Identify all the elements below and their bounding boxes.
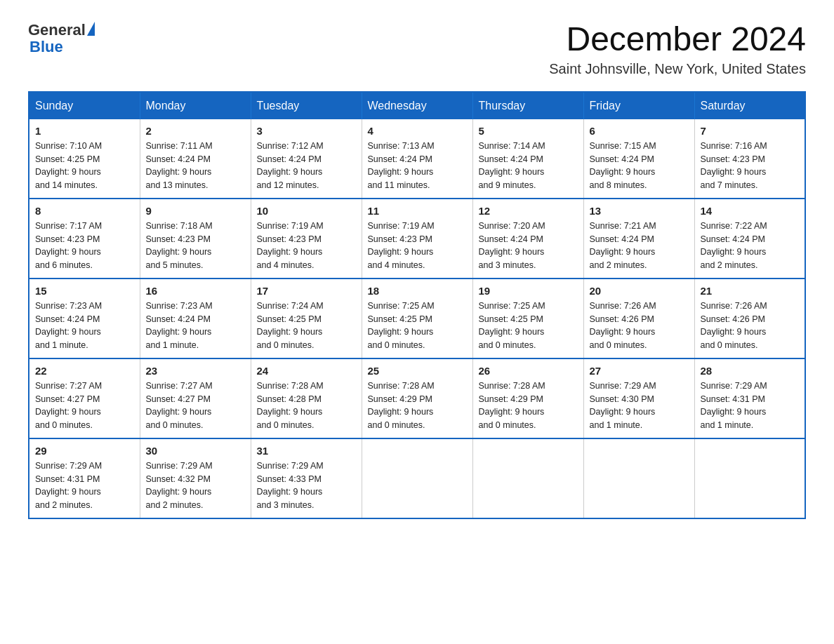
calendar-cell [583,438,694,518]
calendar-week-row: 8Sunrise: 7:17 AMSunset: 4:23 PMDaylight… [29,199,805,279]
day-of-week-monday: Monday [140,92,251,119]
calendar-cell: 19Sunrise: 7:25 AMSunset: 4:25 PMDayligh… [472,279,583,358]
day-number: 5 [479,125,578,137]
logo-blue-text: Blue [28,38,63,56]
calendar-cell [694,438,805,518]
calendar-cell: 14Sunrise: 7:22 AMSunset: 4:24 PMDayligh… [694,199,805,279]
calendar-cell: 29Sunrise: 7:29 AMSunset: 4:31 PMDayligh… [29,438,140,518]
calendar-cell: 13Sunrise: 7:21 AMSunset: 4:24 PMDayligh… [583,199,694,279]
day-number: 20 [590,285,689,297]
calendar-cell: 4Sunrise: 7:13 AMSunset: 4:24 PMDaylight… [362,119,472,199]
calendar-cell: 22Sunrise: 7:27 AMSunset: 4:27 PMDayligh… [29,358,140,438]
day-info: Sunrise: 7:10 AMSunset: 4:25 PMDaylight:… [35,140,134,192]
calendar-cell: 25Sunrise: 7:28 AMSunset: 4:29 PMDayligh… [362,358,472,438]
day-of-week-friday: Friday [583,92,694,119]
calendar-cell: 12Sunrise: 7:20 AMSunset: 4:24 PMDayligh… [472,199,583,279]
day-info: Sunrise: 7:11 AMSunset: 4:24 PMDaylight:… [146,140,245,192]
day-info: Sunrise: 7:18 AMSunset: 4:23 PMDaylight:… [146,220,245,272]
day-number: 30 [146,445,245,457]
day-info: Sunrise: 7:25 AMSunset: 4:25 PMDaylight:… [479,300,578,352]
calendar-table: SundayMondayTuesdayWednesdayThursdayFrid… [28,91,806,519]
day-number: 16 [146,285,245,297]
day-info: Sunrise: 7:19 AMSunset: 4:23 PMDaylight:… [368,220,467,272]
day-info: Sunrise: 7:23 AMSunset: 4:24 PMDaylight:… [35,300,134,352]
logo-triangle-icon [87,22,95,36]
month-year-title: December 2024 [549,21,806,58]
calendar-header: SundayMondayTuesdayWednesdayThursdayFrid… [29,92,805,119]
location-subtitle: Saint Johnsville, New York, United State… [549,61,806,77]
day-info: Sunrise: 7:14 AMSunset: 4:24 PMDaylight:… [479,140,578,192]
day-info: Sunrise: 7:16 AMSunset: 4:23 PMDaylight:… [701,140,800,192]
day-number: 27 [590,365,689,377]
day-number: 21 [701,285,800,297]
day-number: 10 [257,205,356,217]
day-number: 26 [479,365,578,377]
day-number: 23 [146,365,245,377]
calendar-cell: 1Sunrise: 7:10 AMSunset: 4:25 PMDaylight… [29,119,140,199]
day-info: Sunrise: 7:23 AMSunset: 4:24 PMDaylight:… [146,300,245,352]
day-info: Sunrise: 7:28 AMSunset: 4:28 PMDaylight:… [257,380,356,432]
day-number: 7 [701,125,800,137]
day-number: 15 [35,285,134,297]
day-info: Sunrise: 7:26 AMSunset: 4:26 PMDaylight:… [701,300,800,352]
day-of-week-tuesday: Tuesday [251,92,362,119]
calendar-cell: 27Sunrise: 7:29 AMSunset: 4:30 PMDayligh… [583,358,694,438]
title-area: December 2024 Saint Johnsville, New York… [549,21,806,77]
calendar-cell: 10Sunrise: 7:19 AMSunset: 4:23 PMDayligh… [251,199,362,279]
calendar-cell: 9Sunrise: 7:18 AMSunset: 4:23 PMDaylight… [140,199,251,279]
day-number: 18 [368,285,467,297]
calendar-cell: 6Sunrise: 7:15 AMSunset: 4:24 PMDaylight… [583,119,694,199]
day-number: 19 [479,285,578,297]
day-info: Sunrise: 7:13 AMSunset: 4:24 PMDaylight:… [368,140,467,192]
day-info: Sunrise: 7:20 AMSunset: 4:24 PMDaylight:… [479,220,578,272]
calendar-cell: 30Sunrise: 7:29 AMSunset: 4:32 PMDayligh… [140,438,251,518]
day-info: Sunrise: 7:22 AMSunset: 4:24 PMDaylight:… [701,220,800,272]
logo: General Blue [28,21,95,56]
calendar-cell: 28Sunrise: 7:29 AMSunset: 4:31 PMDayligh… [694,358,805,438]
day-info: Sunrise: 7:12 AMSunset: 4:24 PMDaylight:… [257,140,356,192]
day-number: 13 [590,205,689,217]
calendar-cell: 15Sunrise: 7:23 AMSunset: 4:24 PMDayligh… [29,279,140,358]
day-of-week-saturday: Saturday [694,92,805,119]
calendar-cell: 26Sunrise: 7:28 AMSunset: 4:29 PMDayligh… [472,358,583,438]
day-number: 3 [257,125,356,137]
day-number: 29 [35,445,134,457]
calendar-cell: 24Sunrise: 7:28 AMSunset: 4:28 PMDayligh… [251,358,362,438]
day-info: Sunrise: 7:24 AMSunset: 4:25 PMDaylight:… [257,300,356,352]
day-info: Sunrise: 7:25 AMSunset: 4:25 PMDaylight:… [368,300,467,352]
day-number: 1 [35,125,134,137]
calendar-cell [362,438,472,518]
calendar-cell: 20Sunrise: 7:26 AMSunset: 4:26 PMDayligh… [583,279,694,358]
day-of-week-sunday: Sunday [29,92,140,119]
day-number: 14 [701,205,800,217]
calendar-cell: 31Sunrise: 7:29 AMSunset: 4:33 PMDayligh… [251,438,362,518]
day-info: Sunrise: 7:29 AMSunset: 4:30 PMDaylight:… [590,380,689,432]
day-info: Sunrise: 7:29 AMSunset: 4:32 PMDaylight:… [146,459,245,512]
day-number: 28 [701,365,800,377]
day-of-week-thursday: Thursday [472,92,583,119]
day-number: 31 [257,445,356,457]
calendar-week-row: 1Sunrise: 7:10 AMSunset: 4:25 PMDaylight… [29,119,805,199]
day-number: 25 [368,365,467,377]
page-header: General Blue December 2024 Saint Johnsvi… [28,21,806,77]
calendar-cell: 23Sunrise: 7:27 AMSunset: 4:27 PMDayligh… [140,358,251,438]
calendar-week-row: 29Sunrise: 7:29 AMSunset: 4:31 PMDayligh… [29,438,805,518]
calendar-week-row: 15Sunrise: 7:23 AMSunset: 4:24 PMDayligh… [29,279,805,358]
day-number: 6 [590,125,689,137]
day-info: Sunrise: 7:28 AMSunset: 4:29 PMDaylight:… [368,380,467,432]
day-info: Sunrise: 7:21 AMSunset: 4:24 PMDaylight:… [590,220,689,272]
day-number: 2 [146,125,245,137]
day-number: 8 [35,205,134,217]
days-of-week-row: SundayMondayTuesdayWednesdayThursdayFrid… [29,92,805,119]
day-number: 24 [257,365,356,377]
day-info: Sunrise: 7:26 AMSunset: 4:26 PMDaylight:… [590,300,689,352]
day-number: 12 [479,205,578,217]
day-info: Sunrise: 7:27 AMSunset: 4:27 PMDaylight:… [146,380,245,432]
day-info: Sunrise: 7:29 AMSunset: 4:31 PMDaylight:… [701,380,800,432]
day-number: 4 [368,125,467,137]
day-info: Sunrise: 7:29 AMSunset: 4:33 PMDaylight:… [257,459,356,512]
logo-general-text: General [28,21,86,39]
calendar-cell: 16Sunrise: 7:23 AMSunset: 4:24 PMDayligh… [140,279,251,358]
day-info: Sunrise: 7:28 AMSunset: 4:29 PMDaylight:… [479,380,578,432]
calendar-cell [472,438,583,518]
